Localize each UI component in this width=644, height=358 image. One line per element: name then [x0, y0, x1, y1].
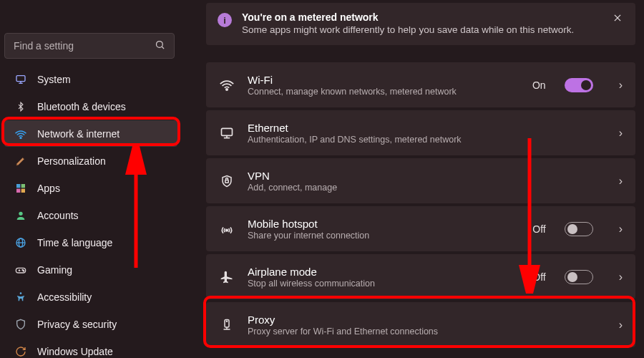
- card-subtitle: Add, connect, manage: [248, 183, 593, 193]
- chevron-right-icon: ›: [619, 271, 623, 284]
- info-icon: i: [218, 13, 232, 27]
- banner-texts: You're on a metered network Some apps mi…: [242, 11, 601, 35]
- vpn-icon: [219, 173, 235, 189]
- wifi-icon: [219, 77, 235, 93]
- time-language-icon: [14, 236, 27, 249]
- proxy-icon: [219, 317, 235, 333]
- nav-item-system[interactable]: System: [4, 66, 177, 92]
- card-subtitle: Proxy server for Wi-Fi and Ethernet conn…: [248, 326, 593, 337]
- gaming-icon: [14, 263, 27, 276]
- wifi-toggle[interactable]: [565, 78, 593, 92]
- banner-subtitle: Some apps might work differently to help…: [242, 24, 601, 35]
- airplane-icon: [219, 269, 235, 285]
- svg-rect-9: [21, 188, 25, 192]
- nav-label: Time & language: [37, 237, 112, 248]
- card-airplane[interactable]: Airplane mode Stop all wireless communic…: [206, 254, 635, 299]
- svg-rect-2: [16, 75, 25, 81]
- bluetooth-icon: [14, 100, 27, 113]
- card-subtitle: Share your internet connection: [248, 231, 519, 241]
- svg-point-22: [226, 88, 228, 90]
- nav-list: System Bluetooth & devices Network & int…: [0, 66, 182, 358]
- nav-label: System: [37, 74, 71, 85]
- search-box[interactable]: [4, 33, 175, 59]
- nav-item-gaming[interactable]: Gaming: [4, 256, 177, 283]
- nav-label: Accounts: [37, 210, 79, 221]
- chevron-right-icon: ›: [619, 223, 623, 236]
- update-icon: [14, 345, 27, 358]
- svg-point-5: [20, 137, 21, 138]
- network-icon: [14, 127, 27, 140]
- nav-label: Network & internet: [37, 128, 119, 140]
- accounts-icon: [14, 209, 27, 222]
- nav-item-accounts[interactable]: Accounts: [4, 202, 177, 228]
- card-title: VPN: [248, 170, 593, 182]
- svg-point-10: [19, 211, 22, 215]
- personalization-icon: [14, 155, 27, 168]
- main-panel: i You're on a metered network Some apps …: [185, 0, 644, 358]
- svg-rect-26: [225, 180, 229, 183]
- nav-label: Windows Update: [37, 346, 113, 357]
- hotspot-icon: [219, 221, 235, 237]
- airplane-status-label: Off: [532, 271, 545, 283]
- banner-close-button[interactable]: [611, 11, 624, 27]
- card-subtitle: Connect, manage known networks, metered …: [248, 87, 519, 97]
- svg-rect-6: [16, 184, 20, 188]
- nav-item-time-language[interactable]: Time & language: [4, 229, 177, 256]
- chevron-right-icon: ›: [619, 175, 623, 188]
- search-input[interactable]: [14, 40, 155, 52]
- card-ethernet[interactable]: Ethernet Authentication, IP and DNS sett…: [206, 110, 635, 155]
- nav-item-accessibility[interactable]: Accessibility: [4, 284, 177, 310]
- nav-item-network[interactable]: Network & internet: [4, 120, 177, 147]
- card-vpn[interactable]: VPN Add, connect, manage ›: [206, 158, 635, 203]
- wifi-status-label: On: [532, 79, 546, 91]
- svg-point-0: [157, 42, 163, 48]
- card-proxy[interactable]: Proxy Proxy server for Wi-Fi and Etherne…: [206, 302, 635, 347]
- sidebar: System Bluetooth & devices Network & int…: [0, 0, 185, 358]
- nav-label: Apps: [37, 183, 60, 194]
- nav-label: Personalization: [37, 155, 106, 167]
- nav-item-personalization[interactable]: Personalization: [4, 147, 177, 174]
- hotspot-status-label: Off: [532, 223, 545, 235]
- card-title: Mobile hotspot: [248, 218, 519, 230]
- apps-icon: [14, 182, 27, 195]
- card-wifi[interactable]: Wi-Fi Connect, manage known networks, me…: [206, 62, 635, 107]
- nav-label: Privacy & security: [37, 319, 117, 330]
- card-title: Proxy: [248, 314, 593, 326]
- card-subtitle: Stop all wireless communication: [248, 279, 519, 289]
- chevron-right-icon: ›: [619, 319, 623, 332]
- chevron-right-icon: ›: [619, 79, 623, 92]
- nav-item-apps[interactable]: Apps: [4, 175, 177, 201]
- svg-point-19: [20, 292, 22, 294]
- svg-line-1: [162, 47, 164, 49]
- card-hotspot[interactable]: Mobile hotspot Share your internet conne…: [206, 206, 635, 251]
- privacy-icon: [14, 318, 27, 331]
- settings-cards: Wi-Fi Connect, manage known networks, me…: [206, 62, 635, 347]
- ethernet-icon: [219, 125, 235, 141]
- metered-banner: i You're on a metered network Some apps …: [206, 3, 635, 45]
- svg-point-18: [23, 270, 24, 271]
- search-icon: [155, 39, 165, 52]
- nav-item-privacy[interactable]: Privacy & security: [4, 311, 177, 337]
- nav-label: Bluetooth & devices: [37, 101, 126, 112]
- svg-rect-7: [21, 184, 25, 188]
- card-title: Airplane mode: [248, 266, 519, 278]
- chevron-right-icon: ›: [619, 127, 623, 140]
- svg-point-27: [226, 229, 228, 231]
- nav-label: Accessibility: [37, 291, 92, 303]
- airplane-toggle[interactable]: [565, 270, 593, 284]
- hotspot-toggle[interactable]: [565, 222, 593, 236]
- nav-item-update[interactable]: Windows Update: [4, 338, 177, 358]
- system-icon: [14, 73, 27, 86]
- nav-label: Gaming: [37, 264, 72, 276]
- svg-rect-8: [16, 188, 20, 192]
- card-title: Wi-Fi: [248, 74, 519, 86]
- card-title: Ethernet: [248, 122, 593, 134]
- svg-rect-23: [222, 128, 233, 135]
- svg-point-29: [226, 321, 227, 321]
- card-subtitle: Authentication, IP and DNS settings, met…: [248, 135, 593, 145]
- banner-title: You're on a metered network: [242, 11, 601, 23]
- accessibility-icon: [14, 291, 27, 304]
- nav-item-bluetooth[interactable]: Bluetooth & devices: [4, 93, 177, 120]
